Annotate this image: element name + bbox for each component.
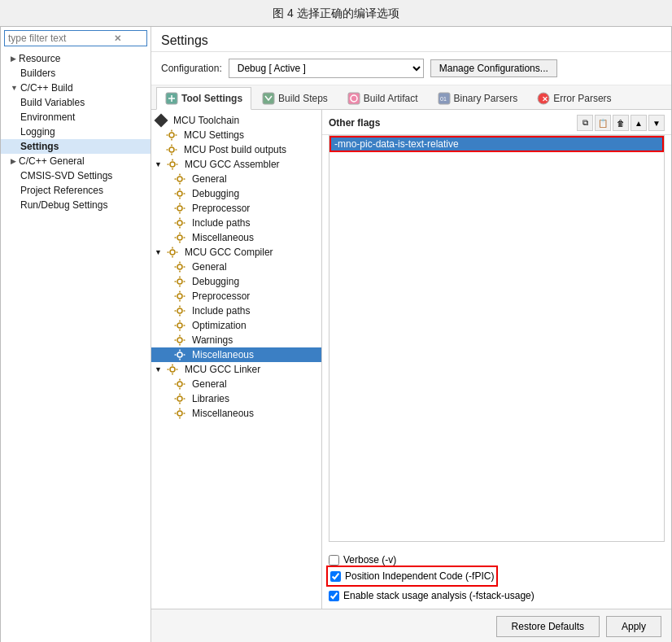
sidebar-item-run-debug[interactable]: Run/Debug Settings [1,198,151,212]
tool-item-comp-miscellaneous[interactable]: Miscellaneous [151,347,321,362]
tab-build-steps[interactable]: Build Steps [253,87,337,109]
tool-item-comp-general[interactable]: General [151,260,321,274]
svg-rect-68 [175,295,177,297]
sidebar-item-label: Builders [20,68,55,79]
svg-rect-27 [179,183,181,185]
svg-point-60 [177,279,182,284]
verbose-checkbox[interactable] [329,555,339,566]
tool-item-asm-miscellaneous[interactable]: Miscellaneous [151,230,321,245]
tool-item-mcu-gcc-compiler[interactable]: ▼ MCU GCC Compiler [151,245,321,260]
sidebar-item-logging[interactable]: Logging [1,124,151,139]
tab-label: Build Artifact [364,93,418,104]
svg-point-45 [177,235,182,240]
tool-item-mcu-post-build[interactable]: MCU Post build outputs [151,142,321,157]
config-row: Configuration: Debug [ Active ] Release … [151,52,671,85]
move-up-button[interactable]: ▲ [631,115,647,131]
sidebar-item-cpp-general[interactable]: ▶ C/C++ General [1,154,151,168]
sidebar-item-label: C/C++ General [19,155,85,167]
svg-point-65 [177,294,182,299]
tool-item-mcu-gcc-assembler[interactable]: ▼ MCU GCC Assembler [151,157,321,172]
copy-flag-button[interactable]: ⧉ [577,115,593,131]
delete-flag-button[interactable]: 🗑 [613,115,629,131]
manage-configurations-button[interactable]: Manage Configurations... [430,59,557,77]
config-select[interactable]: Debug [ Active ] Release [229,59,424,78]
svg-point-20 [170,162,175,167]
svg-rect-43 [175,222,177,224]
tool-item-link-libraries[interactable]: Libraries [151,391,321,406]
tool-item-asm-debugging[interactable]: Debugging [151,186,321,201]
tool-item-link-miscellaneous[interactable]: Miscellaneous [151,406,321,421]
tab-tool-settings[interactable]: Tool Settings [156,87,251,110]
move-down-button[interactable]: ▼ [648,115,665,131]
sidebar-item-environment[interactable]: Environment [1,110,151,124]
arrow-icon: ▼ [155,160,162,168]
svg-rect-17 [171,154,172,155]
tab-binary-parsers[interactable]: 01 Binary Parsers [429,87,527,109]
svg-rect-33 [175,193,177,194]
tool-item-asm-include-paths[interactable]: Include paths [151,216,321,230]
flag-value: -mno-pic-data-is-text-relative [334,138,459,150]
tab-error-parsers[interactable]: ✕ Error Parsers [528,87,620,109]
sidebar-item-settings[interactable]: Settings [1,139,151,154]
gear-icon [174,173,185,185]
sidebar-item-cmsis-svd[interactable]: CMSIS-SVD Settings [1,168,151,183]
tool-label: Miscellaneous [192,232,254,243]
flag-item[interactable]: -mno-pic-data-is-text-relative [329,136,664,152]
sidebar-item-label: Resource [19,53,60,64]
sidebar-item-label: Run/Debug Settings [20,199,107,211]
tab-label: Error Parsers [553,93,611,104]
binary-parsers-icon: 01 [438,92,451,105]
paste-flag-button[interactable]: 📋 [595,115,611,131]
tool-item-comp-warnings[interactable]: Warnings [151,333,321,347]
svg-rect-101 [179,394,181,395]
svg-rect-79 [184,325,185,326]
sidebar-item-builders[interactable]: Builders [1,66,151,81]
restore-defaults-button[interactable]: Restore Defaults [496,616,600,637]
pic-checkbox[interactable] [330,571,341,582]
tab-build-artifact[interactable]: Build Artifact [338,87,427,109]
filter-clear-btn[interactable]: ✕ [111,33,124,45]
filter-input[interactable] [5,31,111,46]
svg-rect-81 [179,335,181,337]
tool-label: Warnings [192,334,233,346]
svg-rect-94 [176,369,177,370]
svg-rect-53 [167,251,168,253]
tool-item-link-general[interactable]: General [151,377,321,391]
gear-icon [174,378,185,390]
sidebar-item-cpp-build[interactable]: ▼ C/C++ Build [1,81,151,95]
svg-point-70 [177,308,182,313]
stack-checkbox[interactable] [329,591,339,601]
diamond-icon [155,114,168,128]
tool-item-comp-preprocessor[interactable]: Preprocessor [151,289,321,304]
tool-item-asm-preprocessor[interactable]: Preprocessor [151,201,321,216]
svg-rect-74 [184,310,185,312]
svg-point-25 [177,177,182,181]
tool-item-mcu-gcc-linker[interactable]: ▼ MCU GCC Linker [151,362,321,377]
tool-item-mcu-settings[interactable]: MCU Settings [151,128,321,142]
gear-icon [174,188,185,199]
tool-label: General [192,261,227,273]
tool-item-asm-general[interactable]: General [151,172,321,186]
svg-rect-99 [184,383,185,385]
sidebar-item-resource[interactable]: ▶ Resource [1,51,151,66]
tool-item-comp-optimization[interactable]: Optimization [151,318,321,333]
svg-rect-77 [179,330,181,331]
gear-icon [174,408,185,419]
sidebar-item-build-variables[interactable]: Build Variables [1,95,151,110]
gear-icon [174,203,185,214]
tool-item-mcu-toolchain[interactable]: MCU Toolchain [151,113,321,128]
svg-rect-76 [179,321,181,322]
apply-button[interactable]: Apply [606,616,661,637]
tool-item-comp-debugging[interactable]: Debugging [151,274,321,289]
sidebar-item-label: Environment [20,111,75,123]
tool-item-comp-include-paths[interactable]: Include paths [151,304,321,318]
svg-point-85 [177,352,182,357]
gear-icon [174,276,185,287]
filter-box[interactable]: ✕ [4,30,147,46]
flags-list[interactable]: -mno-pic-data-is-text-relative [329,135,665,542]
gear-icon [174,320,185,331]
svg-point-10 [169,133,174,138]
content-area: MCU Toolchain MCU Settings MCU Post buil… [151,110,671,609]
sidebar-item-project-refs[interactable]: Project References [1,183,151,198]
svg-rect-37 [179,212,181,214]
